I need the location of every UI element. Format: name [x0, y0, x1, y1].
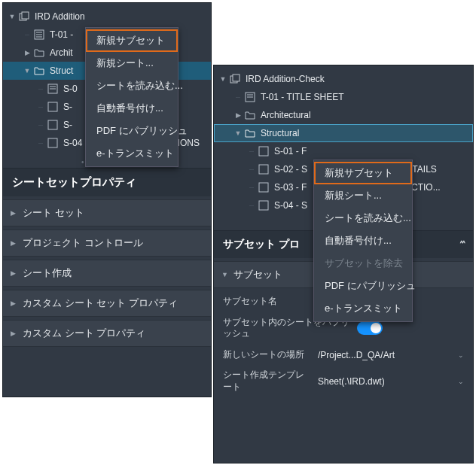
field-location: 新しいシートの場所 /Project...D_QA/Art⌄ — [214, 345, 473, 366]
accordion-sheetset[interactable]: ▶シート セット — [3, 199, 211, 226]
menu-item-new-subset[interactable]: 新規サブセット — [86, 29, 178, 52]
folder-icon — [33, 65, 45, 77]
field-value: /Project...D_QA/Art — [318, 350, 395, 360]
folder-icon — [244, 109, 256, 121]
item-label: S-02 - S — [274, 164, 307, 175]
field-value: Sheet(.\IRD.dwt) — [318, 376, 385, 387]
chevron-down-icon[interactable]: ▼ — [23, 66, 32, 75]
folder-icon — [33, 47, 45, 59]
sheetset-icon — [18, 11, 30, 23]
accordion-sheet-creation[interactable]: ▶シート作成 — [3, 260, 211, 287]
menu-item-auto-number[interactable]: 自動番号付け... — [314, 229, 412, 252]
item-label: S- — [63, 102, 72, 112]
sheet-icon — [47, 119, 59, 131]
svg-rect-9 — [48, 102, 57, 111]
item-label: S-01 - F — [274, 146, 307, 157]
accordion-custom-sheetset-props[interactable]: ▶カスタム シート セット プロパティ — [3, 290, 211, 317]
menu-item-new-sheet[interactable]: 新規シート... — [86, 52, 178, 74]
accordion-label: カスタム シート セット プロパティ — [23, 296, 178, 310]
svg-rect-20 — [259, 201, 268, 210]
context-menu-right: 新規サブセット 新規シート... シートを読み込む... 自動番号付け... サ… — [313, 160, 413, 322]
menu-item-import-sheet[interactable]: シートを読み込む... — [314, 207, 412, 229]
tree-item-sheet[interactable]: ┄ S-01 - F — [214, 142, 473, 160]
properties-title: サブセット プロ — [223, 238, 300, 251]
accordion-project-control[interactable]: ▶プロジェクト コントロール — [3, 229, 211, 257]
item-label: Archit — [50, 47, 73, 58]
menu-item-import-sheet[interactable]: シートを読み込む... — [86, 74, 178, 97]
menu-item-etransmit[interactable]: e-トランスミット — [314, 297, 412, 320]
sheet-icon — [258, 199, 270, 211]
chevron-right-icon: ▶ — [11, 330, 18, 337]
field-template: シート作成テンプレート Sheet(.\IRD.dwt)⌄ — [214, 365, 473, 397]
sheet-icon — [47, 137, 59, 149]
sheet-icon — [258, 181, 270, 193]
chevron-down-icon: ▼ — [221, 271, 229, 278]
menu-item-new-sheet[interactable]: 新規シート... — [314, 184, 412, 207]
svg-rect-11 — [48, 138, 57, 147]
sheet-icon — [244, 91, 256, 103]
template-dropdown[interactable]: Sheet(.\IRD.dwt)⌄ — [318, 376, 464, 387]
tree-item-folder-selected[interactable]: ▼ Structural — [214, 124, 473, 142]
chevron-right-icon[interactable]: ▶ — [233, 111, 243, 120]
accordion-label: カスタム シート プロパティ — [23, 327, 145, 340]
publish-toggle[interactable] — [357, 321, 383, 335]
svg-rect-13 — [233, 74, 240, 81]
item-label: S-04 - S — [274, 200, 307, 211]
properties-title: シートセットプロパティ — [3, 168, 211, 196]
tree-root[interactable]: ▼ IRD Addition-Check — [214, 70, 473, 88]
field-label: シート作成テンプレート — [223, 369, 312, 393]
tree-root[interactable]: ▼ IRD Addition — [3, 8, 211, 26]
chevron-down-icon[interactable]: ▼ — [233, 129, 243, 138]
sheet-icon — [47, 101, 59, 113]
collapse-icon[interactable]: ˄˄ — [459, 240, 464, 250]
chevron-right-icon: ▶ — [11, 269, 18, 277]
sheet-icon — [47, 83, 59, 95]
context-menu-left: 新規サブセット 新規シート... シートを読み込む... 自動番号付け... P… — [85, 27, 178, 167]
accordion-label: サブセット — [233, 268, 282, 281]
menu-item-publish-pdf[interactable]: PDF にパブリッシュ — [86, 120, 178, 142]
item-label: Architectural — [261, 110, 311, 120]
item-label: T-01 - — [50, 29, 73, 40]
menu-item-publish-pdf[interactable]: PDF にパブリッシュ — [314, 275, 412, 297]
chevron-down-icon: ⌄ — [458, 351, 464, 359]
svg-rect-10 — [48, 120, 57, 129]
sheet-icon — [258, 145, 270, 157]
field-label: サブセット名 — [223, 296, 312, 308]
svg-rect-1 — [22, 12, 29, 19]
chevron-right-icon[interactable]: ▶ — [23, 48, 32, 57]
accordion-label: シート セット — [23, 206, 84, 220]
item-label: Struct — [50, 65, 73, 76]
location-dropdown[interactable]: /Project...D_QA/Art⌄ — [318, 350, 464, 360]
folder-icon — [244, 127, 256, 139]
sheet-icon — [33, 29, 45, 41]
accordion-label: シート作成 — [23, 266, 72, 280]
sheetset-icon — [229, 73, 241, 85]
tree-item-sheet[interactable]: ┄ T-01 - TITLE SHEET — [214, 88, 473, 106]
svg-rect-17 — [259, 147, 268, 156]
svg-rect-19 — [259, 183, 268, 192]
item-label: T-01 - TITLE SHEET — [261, 92, 343, 102]
item-label: Structural — [261, 128, 299, 138]
accordion-custom-sheet-props[interactable]: ▶カスタム シート プロパティ — [3, 320, 211, 347]
root-label: IRD Addition-Check — [246, 74, 325, 84]
chevron-down-icon: ⌄ — [458, 378, 464, 385]
menu-item-auto-number[interactable]: 自動番号付け... — [86, 97, 178, 120]
menu-item-remove-subset: サブセットを除去 — [314, 252, 412, 275]
chevron-right-icon: ▶ — [11, 299, 18, 307]
tree-item-folder[interactable]: ▶ Architectural — [214, 106, 473, 124]
field-label: 新しいシートの場所 — [223, 349, 312, 361]
menu-item-new-subset[interactable]: 新規サブセット — [314, 162, 412, 184]
chevron-down-icon[interactable]: ▼ — [8, 12, 17, 21]
menu-item-etransmit[interactable]: e-トランスミット — [86, 142, 178, 165]
accordion-label: プロジェクト コントロール — [23, 236, 143, 250]
root-label: IRD Addition — [35, 11, 85, 22]
item-label: S- — [63, 120, 72, 130]
svg-rect-18 — [259, 165, 268, 174]
chevron-right-icon: ▶ — [11, 209, 18, 217]
chevron-right-icon: ▶ — [11, 239, 18, 247]
item-label: S-03 - F — [274, 182, 307, 193]
item-label: S-0 — [63, 84, 78, 94]
chevron-down-icon[interactable]: ▼ — [218, 74, 227, 84]
sheet-icon — [258, 163, 270, 175]
